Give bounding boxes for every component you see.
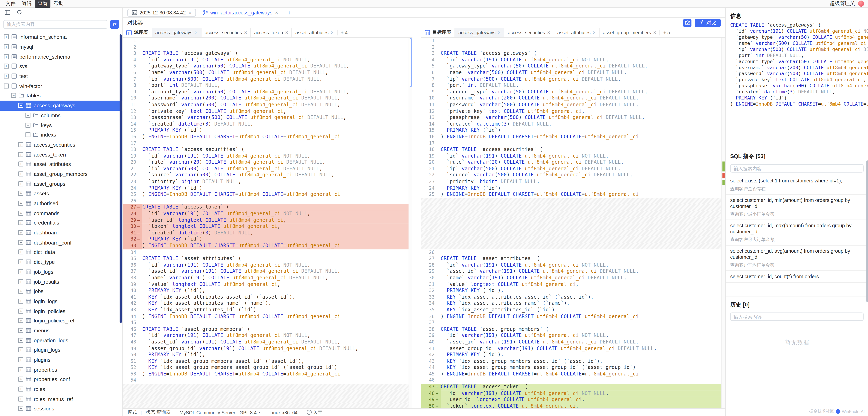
code-line[interactable]: 8 `port` int DEFAULT NULL,	[123, 82, 409, 89]
sidebar-item-asset_groups[interactable]: +asset_groups	[0, 179, 122, 188]
diff-overview-ruler[interactable]	[721, 38, 725, 408]
code-line[interactable]: 31 `value` longtext COLLATE utf8mb4_gene…	[421, 281, 721, 288]
code-line[interactable]: 6 `name` varchar(500) COLLATE utf8mb4_ge…	[123, 70, 409, 76]
expand-icon[interactable]: +	[18, 289, 23, 294]
code-line[interactable]: 13 `passphrase` varchar(500) COLLATE utf…	[421, 115, 721, 121]
info-panel-scrollbar[interactable]	[866, 160, 868, 302]
expand-icon[interactable]: +	[18, 220, 23, 226]
code-line[interactable]: 7 `ip` varchar(500) COLLATE utf8mb4_gene…	[421, 76, 721, 82]
status-segment[interactable]: i关于	[306, 409, 322, 416]
code-line[interactable]: 2	[123, 44, 409, 50]
diff-line-filler[interactable]	[421, 198, 721, 204]
sidebar-item-plugin_logs[interactable]: +plugin_logs	[0, 345, 122, 355]
source-tab-access_securities[interactable]: access_securities×	[201, 28, 250, 37]
code-line[interactable]: 4 `id` varchar(191) COLLATE utf8mb4_gene…	[123, 57, 409, 63]
sidebar-scrollbar[interactable]	[120, 34, 122, 323]
code-line[interactable]: 32 PRIMARY KEY (`id`),	[421, 288, 721, 294]
diff-line-filler[interactable]	[123, 384, 409, 390]
code-line[interactable]: 33 KEY `idx_asset_attributes_asset_id` (…	[421, 294, 721, 301]
source-tab-asset_attributes[interactable]: asset_attributes×	[291, 28, 337, 37]
expand-icon[interactable]: +	[18, 387, 23, 392]
expand-icon[interactable]: +	[18, 299, 23, 304]
status-segment[interactable]: 状态 查询器	[146, 409, 170, 416]
code-line[interactable]: 44 KEY `idx_asset_group_members_asset_gr…	[421, 365, 721, 371]
code-line[interactable]: 20 `rule` varchar(20) COLLATE utf8mb4_ge…	[123, 160, 409, 166]
code-line[interactable]: 17	[421, 140, 721, 147]
code-line[interactable]: 9 `account_type` varchar(50) COLLATE utf…	[123, 89, 409, 95]
code-line[interactable]: 40 `asset_id` varchar(191) COLLATE utf8m…	[421, 339, 721, 345]
code-line[interactable]: 36) ENGINE=InnoDB DEFAULT CHARSET=utf8mb…	[421, 313, 721, 320]
code-line[interactable]: 26	[421, 249, 721, 256]
code-line[interactable]: 52 KEY `idx_asset_group_members_asset_gr…	[123, 365, 409, 371]
diff-line-deleted[interactable]: 28— `id` varchar(191) COLLATE utf8mb4_ge…	[123, 211, 409, 217]
sidebar-item-win-factor[interactable]: −win-factor	[0, 81, 122, 91]
expand-icon[interactable]: +	[18, 259, 23, 265]
code-line[interactable]: 9 `account_type` varchar(50) COLLATE utf…	[421, 89, 721, 95]
code-line[interactable]: 29 `asset_id` varchar(191) COLLATE utf8m…	[421, 268, 721, 275]
expand-icon[interactable]: +	[25, 132, 30, 137]
code-line[interactable]: 10 `username` varchar(200) COLLATE utf8m…	[123, 95, 409, 102]
expand-icon[interactable]: +	[18, 171, 23, 176]
sidebar-item-asset_attributes[interactable]: +asset_attributes	[0, 159, 122, 169]
sidebar-item-indexs[interactable]: +indexs	[0, 130, 122, 140]
code-line[interactable]: 21 `ip` varchar(500) COLLATE utf8mb4_gen…	[123, 166, 409, 172]
sql-command-item[interactable]: select customer_id, max(amount) from ord…	[726, 220, 868, 245]
code-line[interactable]: 27CREATE TABLE `asset_attributes` (	[421, 256, 721, 262]
diff-line-added[interactable]: 50+ `token` longtext COLLATE utf8mb4_gen…	[421, 403, 721, 408]
expand-icon[interactable]: +	[18, 230, 23, 235]
code-line[interactable]: 2	[421, 44, 721, 50]
code-line[interactable]: 42 KEY `idx_asset_attributes_name` (`nam…	[123, 301, 409, 307]
diff-line-added[interactable]: 48+ `id` varchar(191) COLLATE utf8mb4_ge…	[421, 390, 721, 397]
sidebar-item-properties[interactable]: +properties	[0, 365, 122, 375]
code-line[interactable]: 22 `source` varchar(500) COLLATE utf8mb4…	[123, 172, 409, 179]
code-line[interactable]: 39 `value` longtext COLLATE utf8mb4_gene…	[123, 281, 409, 288]
diff-line-filler[interactable]	[421, 230, 721, 236]
target-tab-access_gateways[interactable]: access_gateways×	[455, 28, 504, 37]
code-line[interactable]: 19 `id` varchar(191) COLLATE utf8mb4_gen…	[123, 153, 409, 160]
expand-icon[interactable]: +	[18, 250, 23, 255]
expand-icon[interactable]: +	[18, 338, 23, 343]
close-icon[interactable]: ×	[285, 30, 288, 35]
code-line[interactable]: 47 `id` varchar(191) COLLATE utf8mb4_gen…	[123, 333, 409, 339]
sidebar-item-dict_type[interactable]: +dict_type	[0, 257, 122, 267]
code-line[interactable]: 12 `private_key` text COLLATE utf8mb4_ge…	[421, 108, 721, 115]
expand-icon[interactable]: +	[4, 74, 9, 79]
code-line[interactable]: 1	[421, 38, 721, 44]
code-line[interactable]: 35CREATE TABLE `asset_attributes` (	[123, 256, 409, 262]
diff-line-deleted[interactable]: 27—CREATE TABLE `access_token` (	[123, 204, 409, 211]
menu-item[interactable]: 文件	[3, 0, 18, 8]
code-line[interactable]: 36 `id` varchar(191) COLLATE utf8mb4_gen…	[123, 262, 409, 269]
code-line[interactable]: 43 KEY `idx_asset_group_members_asset_id…	[421, 358, 721, 365]
source-tab-access_gateways[interactable]: access_gateways×	[151, 28, 201, 37]
sidebar-item-job_results[interactable]: +job_results	[0, 277, 122, 286]
code-line[interactable]: 40 PRIMARY KEY (`id`),	[123, 288, 409, 294]
code-line[interactable]: 1	[123, 38, 409, 44]
code-line[interactable]: 34 KEY `idx_asset_attributes_name` (`nam…	[421, 301, 721, 307]
compare-button[interactable]: 对比	[695, 19, 721, 27]
file-tab[interactable]: 2025-12-30 08:34:42×	[127, 8, 196, 16]
sidebar-item-job_logs[interactable]: +job_logs	[0, 267, 122, 277]
code-line[interactable]: 41 `asset_group_id` varchar(191) COLLATE…	[421, 345, 721, 352]
expand-icon[interactable]: +	[18, 377, 23, 382]
code-line[interactable]: 24 PRIMARY KEY (`id`)	[123, 185, 409, 192]
sidebar-item-access_gateways[interactable]: −access_gateways	[0, 101, 122, 110]
sidebar-item-dict_data[interactable]: +dict_data	[0, 247, 122, 257]
code-line[interactable]: 54	[123, 377, 409, 384]
user-avatar[interactable]	[858, 1, 864, 7]
code-line[interactable]: 46CREATE TABLE `asset_group_members` (	[123, 326, 409, 333]
sidebar-item-information_schema[interactable]: +information_schema	[0, 32, 122, 42]
code-line[interactable]: 14 `created` datetime(3) DEFAULT NULL,	[123, 121, 409, 128]
expand-icon[interactable]: +	[25, 113, 30, 118]
code-line[interactable]: 53) ENGINE=InnoDB DEFAULT CHARSET=utf8mb…	[123, 371, 409, 377]
sidebar-item-login_policies[interactable]: +login_policies	[0, 306, 122, 316]
expand-icon[interactable]: +	[4, 64, 9, 69]
code-line[interactable]: 43 KEY `idx_asset_attributes_id` (`id`)	[123, 307, 409, 313]
close-icon[interactable]: ×	[331, 30, 334, 35]
code-line[interactable]: 51 KEY `idx_asset_group_members_asset_id…	[123, 358, 409, 365]
sql-command-item[interactable]: select exists (select 1 from customers w…	[726, 175, 868, 195]
close-icon[interactable]: ×	[653, 30, 656, 35]
sidebar-item-tables[interactable]: −tables	[0, 91, 122, 101]
sidebar-item-sys[interactable]: +sys	[0, 61, 122, 71]
expand-icon[interactable]: +	[18, 396, 23, 402]
status-segment[interactable]: 模式	[127, 409, 137, 416]
